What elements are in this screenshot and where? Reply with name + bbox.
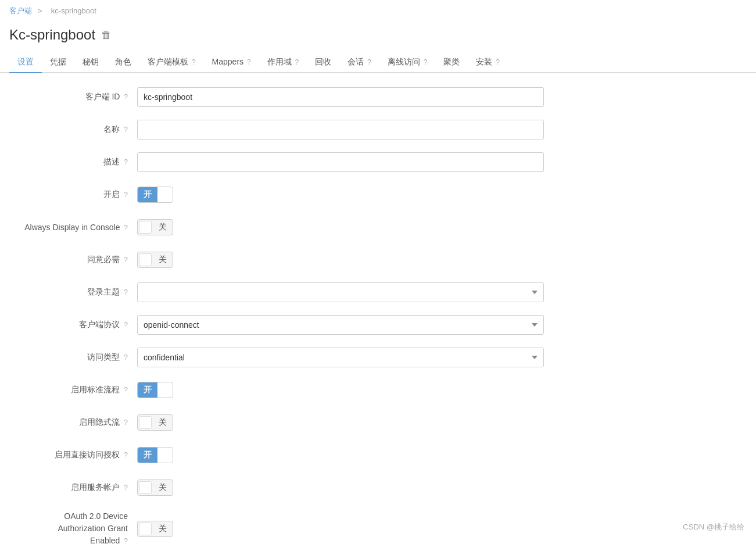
tab-sessions-help-icon: ? bbox=[367, 58, 371, 66]
service-accounts-toggle[interactable]: 关 bbox=[137, 479, 173, 496]
client-protocol-select[interactable]: openid-connect saml bbox=[137, 315, 544, 335]
direct-access-label: 启用直接访问授权 ? bbox=[9, 450, 137, 460]
standard-flow-help-icon[interactable]: ? bbox=[124, 386, 128, 394]
tab-roles[interactable]: 角色 bbox=[107, 52, 139, 73]
tab-client-template[interactable]: 客户端模板 ? bbox=[139, 52, 204, 73]
access-type-label: 访问类型 ? bbox=[9, 352, 137, 363]
oauth-device-toggle[interactable]: 关 bbox=[137, 521, 173, 537]
login-theme-help-icon[interactable]: ? bbox=[124, 288, 128, 296]
oauth-device-label: OAuth 2.0 Device Authorization Grant Ena… bbox=[9, 510, 137, 544]
standard-flow-on-label: 开 bbox=[138, 382, 157, 398]
name-label: 名称 ? bbox=[9, 124, 137, 135]
oauth-device-control: 关 bbox=[137, 521, 544, 537]
implicit-flow-off-label: 关 bbox=[153, 417, 173, 428]
service-accounts-label: 启用服务帐户 ? bbox=[9, 482, 137, 493]
consent-required-toggle[interactable]: 关 bbox=[137, 252, 173, 268]
standard-flow-toggle[interactable]: 开 bbox=[137, 382, 173, 398]
client-protocol-control: openid-connect saml bbox=[137, 315, 544, 335]
standard-flow-row: 启用标准流程 ? 开 bbox=[9, 380, 630, 400]
always-display-console-label: Always Display in Console ? bbox=[9, 223, 137, 232]
client-protocol-help-icon[interactable]: ? bbox=[124, 321, 128, 329]
client-id-control bbox=[137, 87, 544, 107]
delete-icon[interactable]: 🗑 bbox=[101, 29, 112, 41]
consent-required-off-label: 关 bbox=[153, 255, 173, 265]
tab-scope[interactable]: 作用域 ? bbox=[259, 52, 307, 73]
implicit-flow-control: 关 bbox=[137, 414, 544, 431]
enabled-help-icon[interactable]: ? bbox=[124, 191, 128, 199]
access-type-row: 访问类型 ? confidential public bearer-only bbox=[9, 348, 630, 367]
tab-installation-help-icon: ? bbox=[496, 58, 500, 66]
tab-bar: 设置 凭据 秘钥 角色 客户端模板 ? Mappers ? 作用域 ? 回收 会… bbox=[0, 52, 756, 73]
enabled-thumb bbox=[159, 188, 171, 201]
standard-flow-control: 开 bbox=[137, 382, 544, 398]
oauth-device-row: OAuth 2.0 Device Authorization Grant Ena… bbox=[9, 510, 630, 544]
enabled-toggle[interactable]: 开 bbox=[137, 187, 173, 203]
client-id-row: 客户端 ID ? bbox=[9, 87, 630, 107]
enabled-on-label: 开 bbox=[138, 187, 157, 202]
always-display-console-toggle[interactable]: 关 bbox=[137, 219, 173, 235]
implicit-flow-help-icon[interactable]: ? bbox=[124, 418, 128, 427]
direct-access-help-icon[interactable]: ? bbox=[124, 451, 128, 459]
breadcrumb-parent[interactable]: 客户端 bbox=[9, 6, 32, 15]
consent-required-label: 同意必需 ? bbox=[9, 255, 137, 265]
always-display-console-control: 关 bbox=[137, 219, 544, 235]
name-input[interactable] bbox=[137, 120, 544, 139]
direct-access-on-label: 开 bbox=[138, 448, 157, 463]
tab-installation[interactable]: 安装 ? bbox=[468, 52, 508, 73]
description-input[interactable] bbox=[137, 152, 544, 172]
service-accounts-off-label: 关 bbox=[153, 482, 173, 493]
tab-keys[interactable]: 秘钥 bbox=[74, 52, 107, 73]
client-protocol-label: 客户端协议 ? bbox=[9, 320, 137, 330]
page-title: Kc-springboot bbox=[9, 27, 95, 43]
tab-mappers-help-icon: ? bbox=[247, 58, 251, 66]
tab-credentials[interactable]: 凭据 bbox=[42, 52, 74, 73]
tab-scope-help-icon: ? bbox=[295, 58, 299, 66]
consent-required-thumb bbox=[139, 253, 152, 266]
enabled-control: 开 bbox=[137, 187, 544, 203]
service-accounts-thumb bbox=[139, 481, 152, 494]
description-help-icon[interactable]: ? bbox=[124, 158, 128, 166]
client-id-input[interactable] bbox=[137, 87, 544, 107]
always-display-console-row: Always Display in Console ? 关 bbox=[9, 217, 630, 237]
tab-revocation[interactable]: 回收 bbox=[307, 52, 339, 73]
consent-required-help-icon[interactable]: ? bbox=[124, 256, 128, 264]
tab-client-template-help-icon: ? bbox=[192, 58, 196, 66]
direct-access-toggle[interactable]: 开 bbox=[137, 447, 173, 463]
enabled-label: 开启 ? bbox=[9, 189, 137, 200]
implicit-flow-toggle[interactable]: 关 bbox=[137, 414, 173, 431]
client-id-label: 客户端 ID ? bbox=[9, 92, 137, 102]
direct-access-control: 开 bbox=[137, 447, 544, 463]
breadcrumb-current: kc-springboot bbox=[51, 6, 96, 15]
description-control bbox=[137, 152, 544, 172]
direct-access-thumb bbox=[159, 449, 171, 461]
login-theme-control: keycloak bbox=[137, 282, 544, 302]
description-row: 描述 ? bbox=[9, 152, 630, 172]
always-display-console-help-icon[interactable]: ? bbox=[124, 224, 128, 232]
breadcrumb-separator: > bbox=[38, 6, 42, 15]
client-protocol-row: 客户端协议 ? openid-connect saml bbox=[9, 315, 630, 335]
access-type-help-icon[interactable]: ? bbox=[124, 353, 128, 362]
name-control bbox=[137, 120, 544, 139]
service-accounts-help-icon[interactable]: ? bbox=[124, 484, 128, 492]
client-id-help-icon[interactable]: ? bbox=[124, 93, 128, 101]
consent-required-row: 同意必需 ? 关 bbox=[9, 250, 630, 270]
implicit-flow-thumb bbox=[139, 416, 152, 429]
login-theme-row: 登录主题 ? keycloak bbox=[9, 282, 630, 302]
page-title-section: Kc-springboot 🗑 bbox=[0, 22, 756, 52]
name-help-icon[interactable]: ? bbox=[124, 126, 128, 134]
settings-form: 客户端 ID ? 名称 ? 描述 ? 开启 ? bbox=[0, 73, 639, 544]
access-type-control: confidential public bearer-only bbox=[137, 348, 544, 367]
login-theme-select[interactable]: keycloak bbox=[137, 282, 544, 302]
access-type-select[interactable]: confidential public bearer-only bbox=[137, 348, 544, 367]
tab-settings[interactable]: 设置 bbox=[9, 52, 42, 73]
name-row: 名称 ? bbox=[9, 120, 630, 139]
tab-offline-help-icon: ? bbox=[424, 58, 428, 66]
tab-clustering[interactable]: 聚类 bbox=[435, 52, 468, 73]
standard-flow-thumb bbox=[159, 384, 171, 396]
tab-mappers[interactable]: Mappers ? bbox=[204, 52, 259, 73]
consent-required-control: 关 bbox=[137, 252, 544, 268]
tab-sessions[interactable]: 会话 ? bbox=[339, 52, 379, 73]
tab-offline[interactable]: 离线访问 ? bbox=[379, 52, 436, 73]
oauth-device-help-icon[interactable]: ? bbox=[124, 537, 128, 544]
enabled-row: 开启 ? 开 bbox=[9, 185, 630, 205]
